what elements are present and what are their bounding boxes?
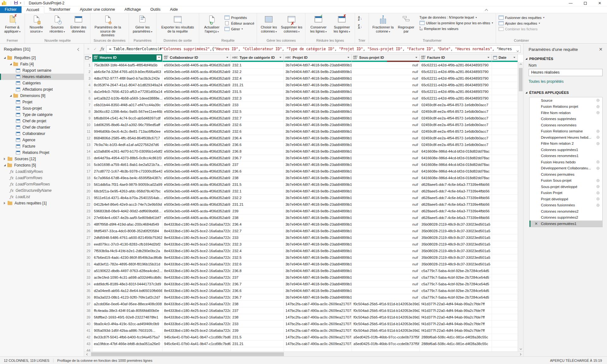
row-number[interactable]: 14 [84,148,92,155]
applied-step-colonnes-supprim-es1[interactable]: Colonnes supprimées1 [530,147,602,153]
cell[interactable]: f41d377f-22a0-4df4-94ab-99a2c7fde7ff [420,327,492,334]
cell[interactable]: 3b7e9404-fd97-4618-9e8b-23ab84899b17 [284,102,352,108]
row-number[interactable]: 34 [84,281,92,288]
sidebar-item-getstructurebyname[interactable]: ƒxGetStructureByName [0,187,84,194]
cell[interactable]: c5a779c7-5aba-4cbf-92be-2b7284ce54d5 [420,288,492,294]
exporter-resultats-button[interactable]: → Exporter les résultats de la requête [158,14,197,34]
applied-step-developpement-heures-hebd-[interactable]: Developpement Heures hebd... [530,134,602,141]
cell[interactable] [492,248,518,254]
actualiser-apercu-button[interactable]: ↻ Actualiser l'aperçu [201,14,223,34]
cell[interactable]: e500e3eb-ce68-4405-acda-4f36d352ab91 [162,62,231,69]
confirm-formula-icon[interactable]: ✓ [92,47,98,51]
regrouper-par-button[interactable]: Regrouper par [396,14,416,34]
cell[interactable]: e500e3eb-ce68-4405-acda-4f36d352ab91 [162,95,231,102]
cell[interactable]: 3b7e9404-fd97-4618-9e8b-23ab84899b17 [284,281,352,288]
cell[interactable]: 232.6 [231,261,284,268]
cell[interactable] [492,181,518,188]
cell[interactable] [492,241,518,248]
cell[interactable]: 9946d06b-0ec6-4c2c-8e81-713ac6ffb0ee [92,128,162,135]
cell[interactable] [492,168,518,175]
applied-step-colonnes-permut-es[interactable]: Colonnes permutées [530,171,602,178]
cell[interactable]: c5a779c7-5aba-4cbf-92be-2b7284ce54d5 [420,268,492,274]
applied-step-colonnes-supprim-es[interactable]: Colonnes supprimées [530,116,602,122]
cell[interactable]: 237 [231,307,284,314]
cell[interactable]: 239 [231,208,284,215]
cell[interactable]: 147bc2fa-cab7-490a-ac0c-2609ea217073 [284,334,352,341]
cell[interactable]: e500e3eb-ce68-4405-acda-4f36d352ab91 [162,88,231,95]
cell[interactable]: 232.7 [231,115,284,122]
type-text-icon[interactable]: ABC [285,56,291,59]
cell[interactable]: null [352,268,420,274]
cell[interactable]: null [352,188,420,195]
cell[interactable]: null [352,122,420,128]
table-corner-button[interactable] [84,54,92,62]
cell[interactable]: 3b7e9404-fd97-4618-9e8b-23ab84899b17 [284,288,352,294]
type-any-icon[interactable]: ABC123 [421,56,426,59]
cell[interactable] [492,175,518,181]
cell[interactable]: null [352,148,420,155]
close-pane-icon[interactable]: ✕ [599,47,603,52]
gear-icon[interactable] [596,191,600,195]
cell[interactable]: f41d377f-22a0-4df4-94ab-99a2c7fde7ff [420,301,492,307]
cell[interactable]: 35b08028-2119-48c9-8c37-33023ed501a5 [420,248,492,254]
cell[interactable]: 68cbf21a-0e95-4263-afdc-958d78c407bc [92,188,162,195]
cell[interactable] [492,148,518,155]
cell[interactable]: 3b7e9404-fd97-4618-9e8b-23ab84899b17 [284,175,352,181]
cell[interactable] [492,281,518,288]
row-number[interactable]: 7 [84,102,92,108]
cell[interactable] [492,188,518,195]
cell[interactable]: 02459c8f-ee2a-4f54-8572-1e6db0b0acc7 [420,115,492,122]
combiner-fichiers-button[interactable]: Combiner les fichiers [498,27,546,31]
cell[interactable]: null [352,248,420,254]
cell[interactable]: 232.2 [231,195,284,201]
cell[interactable]: null [352,88,420,95]
scroll-left-icon[interactable] [85,352,90,357]
cell[interactable]: null [352,95,420,102]
type-date-icon[interactable] [493,56,497,59]
row-number[interactable]: 11 [84,128,92,135]
cell[interactable] [352,347,420,351]
cell[interactable]: 288bf6a6-508c-4d1c-981e-d4f28a38c55c [420,334,492,341]
cell[interactable]: eed079cc-37c0-4130-8283-cfb1694d2bf2 [92,241,162,248]
sidebar-item-relations-projet[interactable]: Relations Projet [0,149,84,156]
type-any-icon[interactable]: ABC123 [164,56,168,59]
cell[interactable]: 27e664e4-c667-4e2b-aaf9-5e809db61bf7 [92,215,162,221]
cell[interactable]: null [352,281,420,288]
ajouter-requetes-button[interactable]: Ajouter des requêtes [498,21,546,26]
cell[interactable]: 5fdffbe2-1693-45f1-92e8-232274878fe1 [92,314,162,321]
applied-step-fusion-relations-projet[interactable]: Fusion Relations projet [530,104,602,110]
cell[interactable]: 147bc2fa-cab7-490a-ac0c-2609ea217073 [284,301,352,307]
row-number[interactable]: 8 [84,108,92,115]
applied-step-source[interactable]: Source [530,97,602,104]
filter-dropdown-icon[interactable] [278,55,283,60]
scroll-right-icon[interactable] [518,352,523,357]
cell[interactable]: 232.6 [231,128,284,135]
cell[interactable]: 67b6ed19-4adc-4230-860f-8549b3ac86db [92,254,162,261]
cell[interactable]: null [352,208,420,215]
cell[interactable]: 232.7 [231,228,284,234]
applied-step-projet-d-velopp-[interactable]: Projet développé [530,196,602,202]
row-number[interactable]: 13 [84,142,92,148]
editeur-avance-button[interactable]: Éditeur avancé [224,21,255,26]
query-name-input[interactable]: Heures réalisées [529,69,603,76]
cell[interactable]: 80a3a023-08b1-4123-92f0-76fe1af2c2d7 [92,294,162,301]
sidebar-item-chef-de-chantier[interactable]: Chef de chantier [0,124,84,130]
row-number[interactable]: 18 [84,175,92,181]
cell[interactable]: f0c504ad-25b5-4f1d-911d-b142053e39d2 [352,327,420,334]
cell[interactable]: e500e3eb-ce68-4405-acda-4f36d352ab91 [162,102,231,108]
cell[interactable]: 8e4333bd-c180-4e25-bce2-16a6aba722d3 [162,241,231,248]
row-number[interactable]: 19 [84,181,92,188]
cell[interactable]: 0412b4ef-86e6-42e9-acc3-74e7c3e9b59d [92,201,162,208]
cell[interactable]: 6416608e-986d-44cd-bf2d-018d82dd78ac [420,155,492,161]
row-number[interactable]: 21 [84,195,92,201]
applied-step-colonnes-supprim-es2[interactable]: Colonnes supprimées2 [530,215,602,221]
cell[interactable]: 232.3 [231,241,284,248]
cell[interactable]: null [352,135,420,142]
cell[interactable]: 233 [231,102,284,108]
cell[interactable]: 8684806d-2585-4ffc-854d-864f938c6717 [92,135,162,142]
gear-icon[interactable] [596,105,600,108]
cell[interactable]: 3b7e9404-fd97-4618-9e8b-23ab84899b17 [284,294,352,301]
cell[interactable]: 8e4333bd-c180-4e25-bce2-16a6aba722d3 [162,307,231,314]
cell[interactable]: 9ba0c4c0-4f4a-419c-92cc-ad45f46fc0b9 [92,321,162,327]
gear-icon[interactable] [596,203,600,207]
